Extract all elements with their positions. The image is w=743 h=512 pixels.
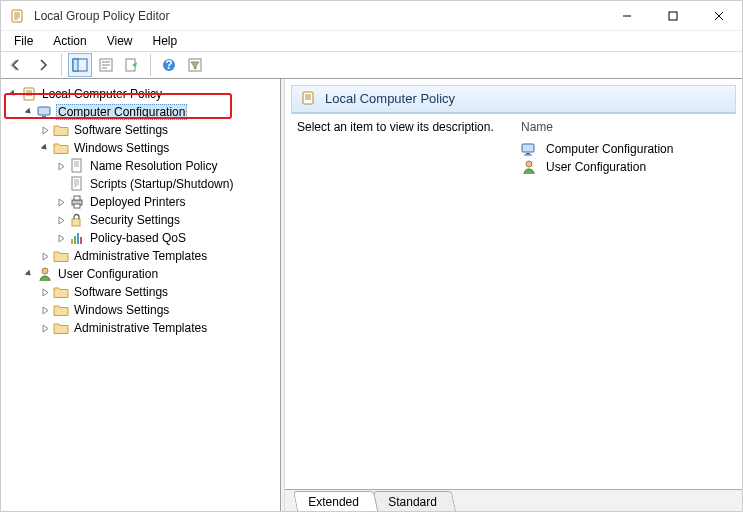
menubar: File Action View Help bbox=[1, 31, 742, 51]
expand-toggle[interactable] bbox=[53, 212, 69, 228]
tree-pane[interactable]: Local Computer Policy Computer Configura… bbox=[1, 79, 281, 511]
expand-toggle[interactable] bbox=[37, 320, 53, 336]
folder-icon bbox=[53, 248, 69, 264]
svg-rect-10 bbox=[38, 107, 50, 115]
svg-rect-1 bbox=[669, 12, 677, 20]
column-header-name[interactable]: Name bbox=[521, 120, 730, 134]
tree-label: User Configuration bbox=[56, 266, 160, 282]
svg-rect-16 bbox=[74, 196, 80, 200]
tree-label: Deployed Printers bbox=[88, 194, 187, 210]
svg-rect-27 bbox=[524, 155, 532, 156]
tree-item-deployed-printers[interactable]: Deployed Printers bbox=[53, 193, 278, 211]
minimize-button[interactable] bbox=[604, 1, 650, 30]
svg-rect-3 bbox=[73, 59, 78, 71]
details-list: Name Computer Configuration User Configu… bbox=[521, 120, 730, 489]
expand-toggle[interactable] bbox=[37, 248, 53, 264]
expand-toggle[interactable] bbox=[53, 230, 69, 246]
details-header-title: Local Computer Policy bbox=[325, 91, 455, 106]
expand-toggle[interactable] bbox=[5, 86, 21, 102]
tree-item-u-software[interactable]: Software Settings bbox=[37, 283, 278, 301]
folder-icon bbox=[53, 140, 69, 156]
folder-icon bbox=[53, 122, 69, 138]
help-button[interactable]: ? bbox=[157, 53, 181, 77]
user-icon bbox=[37, 266, 53, 282]
policy-icon bbox=[21, 86, 37, 102]
content-area: Local Computer Policy Computer Configura… bbox=[1, 79, 742, 511]
tree-item-policy-qos[interactable]: Policy-based QoS bbox=[53, 229, 278, 247]
close-button[interactable] bbox=[696, 1, 742, 30]
expand-toggle[interactable] bbox=[37, 140, 53, 156]
back-button[interactable] bbox=[5, 53, 29, 77]
properties-button[interactable] bbox=[94, 53, 118, 77]
policy-doc-icon bbox=[69, 158, 85, 174]
expand-toggle[interactable] bbox=[21, 266, 37, 282]
svg-rect-9 bbox=[24, 88, 34, 100]
tree-item-windows-settings[interactable]: Windows Settings bbox=[37, 139, 278, 157]
qos-icon bbox=[69, 230, 85, 246]
expand-toggle[interactable] bbox=[37, 302, 53, 318]
details-header: Local Computer Policy bbox=[291, 85, 736, 114]
window-title: Local Group Policy Editor bbox=[34, 9, 604, 23]
tree-label: Scripts (Startup/Shutdown) bbox=[88, 176, 235, 192]
tree-label: Software Settings bbox=[72, 284, 170, 300]
titlebar: Local Group Policy Editor bbox=[1, 1, 742, 31]
description-text: Select an item to view its description. bbox=[297, 120, 497, 489]
tree-item-admin-templates[interactable]: Administrative Templates bbox=[37, 247, 278, 265]
script-icon bbox=[69, 176, 85, 192]
toolbar-separator bbox=[61, 54, 62, 76]
tab-standard[interactable]: Standard bbox=[373, 491, 456, 511]
svg-rect-17 bbox=[74, 204, 80, 208]
svg-rect-12 bbox=[40, 118, 48, 119]
expand-toggle[interactable] bbox=[21, 104, 37, 120]
menu-action[interactable]: Action bbox=[44, 32, 95, 50]
show-tree-button[interactable] bbox=[68, 53, 92, 77]
expand-toggle[interactable] bbox=[53, 158, 69, 174]
svg-point-28 bbox=[526, 161, 532, 167]
toolbar-separator-2 bbox=[150, 54, 151, 76]
tree-item-local-computer-policy[interactable]: Local Computer Policy bbox=[5, 85, 278, 103]
tree-item-security-settings[interactable]: Security Settings bbox=[53, 211, 278, 229]
list-item-computer-configuration[interactable]: Computer Configuration bbox=[521, 140, 730, 158]
svg-point-23 bbox=[42, 268, 48, 274]
list-item-label: Computer Configuration bbox=[546, 142, 673, 156]
svg-rect-18 bbox=[72, 219, 80, 226]
computer-icon bbox=[37, 104, 53, 120]
svg-rect-19 bbox=[71, 239, 73, 244]
tree-label: Name Resolution Policy bbox=[88, 158, 219, 174]
tree-label: Windows Settings bbox=[72, 302, 171, 318]
details-tabs: Extended Standard bbox=[285, 489, 742, 511]
expand-toggle[interactable] bbox=[53, 194, 69, 210]
tree-item-scripts[interactable]: Scripts (Startup/Shutdown) bbox=[53, 175, 278, 193]
svg-rect-22 bbox=[80, 237, 82, 244]
filter-button[interactable] bbox=[183, 53, 207, 77]
menu-file[interactable]: File bbox=[5, 32, 42, 50]
expand-toggle[interactable] bbox=[37, 284, 53, 300]
list-item-label: User Configuration bbox=[546, 160, 646, 174]
svg-rect-0 bbox=[12, 10, 22, 22]
tree-item-user-configuration[interactable]: User Configuration bbox=[21, 265, 278, 283]
forward-button[interactable] bbox=[31, 53, 55, 77]
tree-item-name-resolution[interactable]: Name Resolution Policy bbox=[53, 157, 278, 175]
menu-help[interactable]: Help bbox=[144, 32, 187, 50]
toolbar: ? bbox=[1, 51, 742, 79]
policy-icon bbox=[300, 90, 316, 106]
tree-label: Computer Configuration bbox=[56, 104, 187, 120]
tree-label: Administrative Templates bbox=[72, 320, 209, 336]
tree-item-computer-configuration[interactable]: Computer Configuration bbox=[21, 103, 278, 121]
svg-rect-26 bbox=[526, 153, 530, 155]
maximize-button[interactable] bbox=[650, 1, 696, 30]
details-pane: Local Computer Policy Select an item to … bbox=[285, 79, 742, 511]
list-item-user-configuration[interactable]: User Configuration bbox=[521, 158, 730, 176]
tree-label: Local Computer Policy bbox=[40, 86, 164, 102]
expand-toggle[interactable] bbox=[37, 122, 53, 138]
folder-icon bbox=[53, 320, 69, 336]
user-icon bbox=[521, 159, 537, 175]
details-content: Select an item to view its description. … bbox=[285, 114, 742, 489]
tree-item-software-settings[interactable]: Software Settings bbox=[37, 121, 278, 139]
tab-extended[interactable]: Extended bbox=[293, 491, 378, 511]
svg-rect-25 bbox=[522, 144, 534, 152]
export-button[interactable] bbox=[120, 53, 144, 77]
tree-item-u-admin[interactable]: Administrative Templates bbox=[37, 319, 278, 337]
menu-view[interactable]: View bbox=[98, 32, 142, 50]
tree-item-u-windows[interactable]: Windows Settings bbox=[37, 301, 278, 319]
